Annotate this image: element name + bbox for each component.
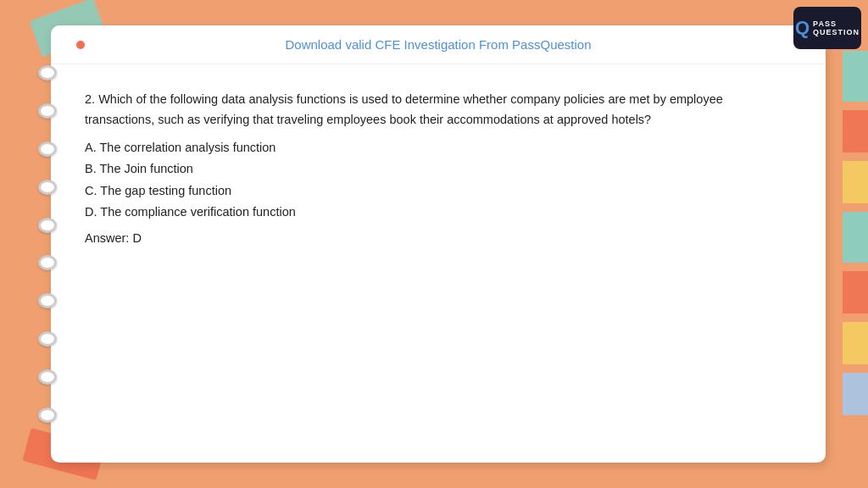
- option-d-text: The compliance verification function: [100, 205, 296, 219]
- logo-pass-text: PASS: [813, 19, 837, 28]
- sticker-right-1: [843, 51, 868, 102]
- sticker-right-4: [843, 212, 868, 263]
- option-a-text: The correlation analysis function: [99, 141, 275, 154]
- sticker-right-2: [843, 110, 868, 152]
- option-d-label: D.: [85, 205, 100, 219]
- question-text-body: Which of the following data analysis fun…: [85, 92, 723, 126]
- option-d: D. The compliance verification function: [85, 202, 792, 223]
- sticker-right-7: [843, 373, 868, 415]
- logo-question-text: QUESTION: [813, 28, 860, 36]
- option-c-text: The gap testing function: [100, 184, 231, 197]
- answer-line: Answer: D: [85, 228, 792, 249]
- logo-text-block: PASS QUESTION: [813, 19, 860, 36]
- question-number: 2.: [85, 92, 95, 106]
- sticker-right-3: [843, 161, 868, 203]
- notebook-content: 2. Which of the following data analysis …: [51, 64, 826, 463]
- option-a-label: A.: [85, 141, 99, 154]
- question-body: 2. Which of the following data analysis …: [85, 90, 792, 130]
- option-c: C. The gap testing function: [85, 180, 792, 202]
- logo-q-letter: Q: [795, 17, 810, 39]
- option-b-label: B.: [85, 162, 99, 175]
- option-b: B. The Join function: [85, 158, 792, 180]
- sticker-right-5: [843, 271, 868, 313]
- answer-value-letter: D: [132, 231, 141, 245]
- option-a: A. The correlation analysis function: [85, 137, 792, 158]
- answer-label: Answer:: [85, 231, 129, 245]
- header-title: Download valid CFE Investigation From Pa…: [286, 37, 592, 52]
- option-c-label: C.: [85, 184, 100, 197]
- header-dot: [76, 41, 85, 49]
- sticker-right-6: [843, 322, 868, 364]
- option-b-text: The Join function: [99, 162, 192, 175]
- notebook: Download valid CFE Investigation From Pa…: [51, 25, 826, 463]
- passquestion-logo: Q PASS QUESTION: [793, 7, 861, 49]
- notebook-header: Download valid CFE Investigation From Pa…: [51, 25, 826, 64]
